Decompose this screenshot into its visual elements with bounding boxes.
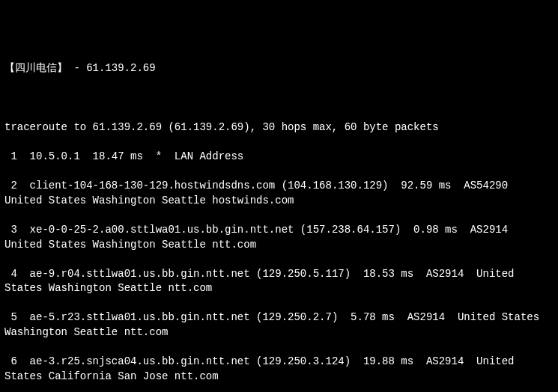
hop-line: 2 client-104-168-130-129.hostwindsdns.co… xyxy=(4,179,554,208)
hop-line: 6 ae-3.r25.snjsca04.us.bb.gin.ntt.net (1… xyxy=(4,355,554,384)
terminal-title: 【四川电信】 - 61.139.2.69 xyxy=(4,61,554,76)
hop-line: 5 ae-5.r23.sttlwa01.us.bb.gin.ntt.net (1… xyxy=(4,310,554,340)
blank-line xyxy=(4,91,554,106)
hop-line: 3 xe-0-0-25-2.a00.sttlwa01.us.bb.gin.ntt… xyxy=(4,223,554,252)
hop-line: 4 ae-9.r04.sttlwa01.us.bb.gin.ntt.net (1… xyxy=(4,267,554,296)
traceroute-header: traceroute to 61.139.2.69 (61.139.2.69),… xyxy=(4,120,554,135)
hop-line: 1 10.5.0.1 18.47 ms * LAN Address xyxy=(4,150,554,165)
